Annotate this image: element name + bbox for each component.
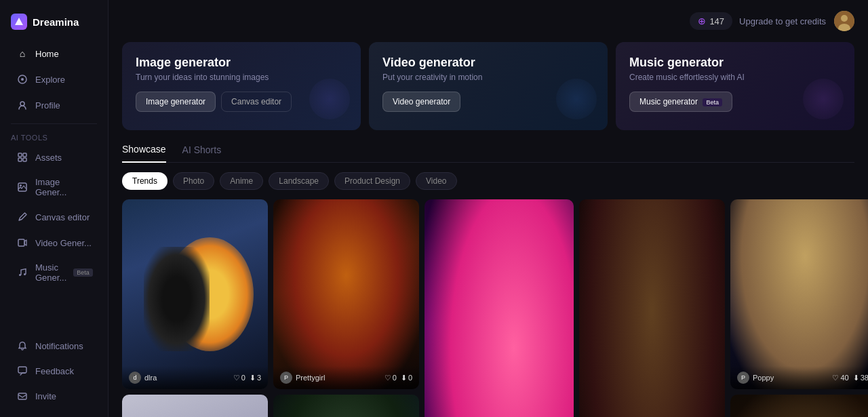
sidebar-item-profile[interactable]: Profile (5, 93, 102, 117)
chip-photo[interactable]: Photo (173, 172, 214, 190)
img-overlay-spongebob: d dlra ♡ 0 ⬇ 3 (122, 366, 268, 389)
likes-stat-spongebob: ♡ 0 (233, 374, 245, 382)
sidebar-item-invite[interactable]: Invite (5, 384, 102, 408)
tab-showcase[interactable]: Showcase (122, 144, 166, 163)
sidebar-item-feedback-label: Feedback (35, 366, 74, 376)
gallery-item-demon[interactable] (579, 199, 725, 417)
heart-icon: ♡ (832, 374, 839, 382)
upgrade-button[interactable]: Upgrade to get credits (739, 16, 826, 26)
svg-rect-4 (18, 153, 22, 157)
video-gen-btn[interactable]: Video generator (382, 92, 460, 112)
generator-cards: Image generator Turn your ideas into stu… (122, 42, 854, 130)
svg-rect-13 (18, 367, 26, 373)
img-username-poppy: Poppy (753, 374, 774, 382)
gallery-grid: d dlra ♡ 0 ⬇ 3 (122, 199, 854, 417)
filter-chips: Trends Photo Anime Landscape Product Des… (122, 172, 854, 190)
sidebar-divider-1 (11, 123, 97, 124)
sidebar-item-home[interactable]: ⌂ Home (5, 41, 102, 66)
image-gen-btn[interactable]: Image generator (136, 92, 216, 112)
music-gen-subtitle: Create music effortlessly with AI (629, 73, 841, 82)
sidebar-item-home-label: Home (35, 49, 59, 59)
img-user-avatar-poppy: P (737, 372, 749, 384)
gallery-img-barbie (425, 199, 574, 417)
sidebar-item-image-gen[interactable]: Image Gener... (5, 171, 102, 203)
likes-count-angel: 40 (840, 374, 848, 382)
credits-icon: ⊕ (698, 16, 706, 26)
gallery-img-creature (273, 395, 419, 417)
gallery-item-creature[interactable] (273, 395, 419, 417)
music-beta-badge: Beta (73, 269, 93, 277)
svg-point-9 (20, 184, 22, 186)
sidebar-item-assets[interactable]: Assets (5, 145, 102, 170)
gallery-img-umbrella (122, 395, 268, 417)
image-generator-card: Image generator Turn your ideas into stu… (122, 42, 361, 130)
sidebar-item-invite-label: Invite (35, 391, 56, 401)
ai-tools-label: AI tools (0, 130, 108, 144)
gallery-item-spongebob[interactable]: d dlra ♡ 0 ⬇ 3 (122, 199, 268, 389)
assets-icon (16, 151, 28, 163)
svg-point-12 (24, 273, 26, 275)
logo-icon (11, 14, 27, 30)
svg-rect-6 (18, 158, 22, 161)
svg-rect-5 (23, 153, 26, 157)
sidebar-item-notifications[interactable]: Notifications (5, 334, 102, 358)
logo-text: Dreamina (33, 16, 79, 28)
sidebar-item-explore-label: Explore (35, 75, 65, 85)
gallery-item-angel[interactable]: P Poppy ♡ 40 ⬇ 389 (730, 199, 868, 389)
video-generator-card: Video generator Put your creativity in m… (369, 42, 608, 130)
home-icon: ⌂ (16, 47, 28, 60)
sidebar-item-explore[interactable]: Explore (5, 67, 102, 92)
chip-trends[interactable]: Trends (122, 172, 167, 190)
canvas-editor-btn[interactable]: Canvas editor (221, 92, 292, 112)
sidebar-item-feedback[interactable]: Feedback (5, 359, 102, 383)
bookmark-icon: ⬇ (250, 374, 256, 382)
sidebar-item-music-gen[interactable]: Music Gener... Beta (5, 256, 102, 289)
gallery-img-angel: P Poppy ♡ 40 ⬇ 389 (730, 199, 868, 389)
chip-landscape[interactable]: Landscape (269, 172, 329, 190)
svg-point-11 (19, 274, 21, 276)
img-user-avatar-prettygirl: P (280, 372, 292, 384)
video-gen-icon (16, 237, 28, 249)
img-username-dlra: dlra (144, 374, 157, 382)
gallery-item-umbrella[interactable] (122, 395, 268, 417)
svg-rect-7 (23, 158, 26, 161)
gallery-img-interior (730, 395, 868, 417)
sidebar-item-canvas-label: Canvas editor (35, 212, 90, 222)
tabs-row: Showcase AI Shorts (122, 144, 854, 163)
svg-point-3 (20, 102, 24, 106)
bookmark-icon: ⬇ (401, 374, 407, 382)
gallery-item-barbie[interactable] (425, 199, 574, 417)
img-stats-autumn: ♡ 0 ⬇ 0 (384, 374, 412, 382)
music-gen-icon (16, 266, 28, 279)
logo[interactable]: Dreamina (0, 8, 108, 41)
likes-stat-angel: ♡ 40 (832, 374, 848, 382)
sidebar-item-profile-label: Profile (35, 100, 60, 111)
likes-count-spongebob: 0 (241, 374, 245, 382)
user-avatar[interactable] (834, 11, 854, 31)
explore-icon (16, 73, 28, 85)
img-overlay-angel: P Poppy ♡ 40 ⬇ 389 (730, 366, 868, 389)
img-user-poppy: P Poppy (737, 372, 774, 384)
sidebar-item-video-gen[interactable]: Video Gener... (5, 231, 102, 255)
gallery-item-interior[interactable] (730, 395, 868, 417)
bookmarks-count-angel: 389 (861, 374, 868, 382)
music-gen-btn[interactable]: Music generator Beta (629, 92, 732, 112)
sidebar-item-assets-label: Assets (35, 153, 62, 163)
bookmarks-count-autumn: 0 (408, 374, 412, 382)
chip-product-design[interactable]: Product Design (334, 172, 410, 190)
music-gen-beta: Beta (703, 98, 722, 106)
img-user-avatar-dlra: d (129, 372, 141, 384)
image-gen-icon (16, 181, 28, 193)
img-stats-angel: ♡ 40 ⬇ 389 (832, 374, 868, 382)
sidebar-item-canvas-editor[interactable]: Canvas editor (5, 205, 102, 229)
music-card-deco (803, 79, 844, 119)
bookmarks-count-spongebob: 3 (257, 374, 261, 382)
credits-badge[interactable]: ⊕ 147 (690, 12, 732, 30)
gallery-item-autumn[interactable]: P Prettygirl ♡ 0 ⬇ 0 (273, 199, 419, 389)
tab-ai-shorts[interactable]: AI Shorts (182, 144, 222, 162)
chip-video[interactable]: Video (416, 172, 456, 190)
img-overlay-autumn: P Prettygirl ♡ 0 ⬇ 0 (273, 366, 419, 389)
sidebar-item-image-gen-label: Image Gener... (35, 177, 92, 197)
chip-anime[interactable]: Anime (220, 172, 263, 190)
image-card-deco (309, 79, 350, 119)
